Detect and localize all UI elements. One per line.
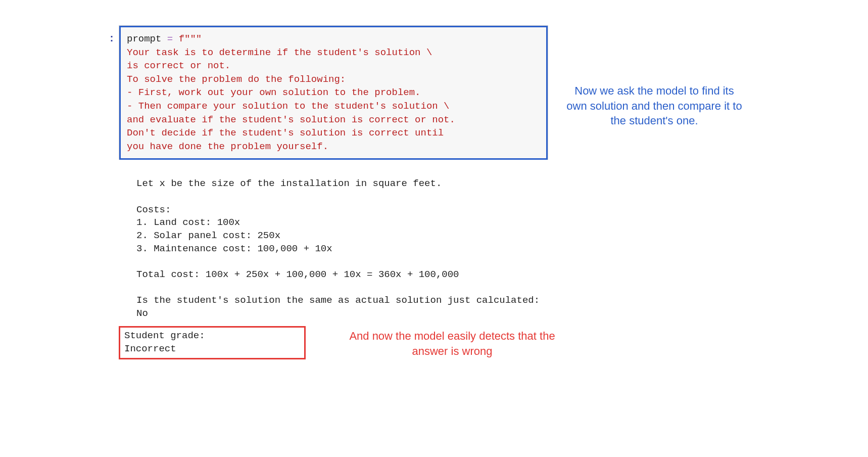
prompt-line-6: and evaluate if the student's solution i… bbox=[127, 114, 455, 125]
code-input-area: prompt = f""" Your task is to determine … bbox=[119, 25, 548, 160]
cell-output-text: Let x be the size of the installation in… bbox=[136, 177, 548, 320]
student-grade-block: Student grade: Incorrect bbox=[119, 326, 306, 359]
variable-name: prompt bbox=[127, 33, 167, 44]
cell-prompt-indicator: : bbox=[109, 33, 115, 44]
prompt-line-2: is correct or not. bbox=[127, 60, 230, 71]
prompt-line-5: - Then compare your solution to the stud… bbox=[127, 101, 450, 112]
prompt-line-3: To solve the problem do the following: bbox=[127, 74, 346, 85]
prompt-line-1: Your task is to determine if the student… bbox=[127, 47, 432, 58]
annotation-red: And now the model easily detects that th… bbox=[344, 329, 561, 358]
notebook-cell: : prompt = f""" Your task is to determin… bbox=[119, 25, 548, 359]
prompt-line-4: - First, work out your own solution to t… bbox=[127, 87, 421, 98]
annotation-blue: Now we ask the model to find its own sol… bbox=[563, 83, 745, 128]
fstring-open: f""" bbox=[179, 33, 202, 44]
prompt-code-block: prompt = f""" Your task is to determine … bbox=[119, 26, 548, 160]
prompt-line-8: you have done the problem yourself. bbox=[127, 141, 328, 152]
prompt-line-7: Don't decide if the student's solution i… bbox=[127, 127, 444, 139]
assignment-operator: = bbox=[167, 33, 179, 44]
